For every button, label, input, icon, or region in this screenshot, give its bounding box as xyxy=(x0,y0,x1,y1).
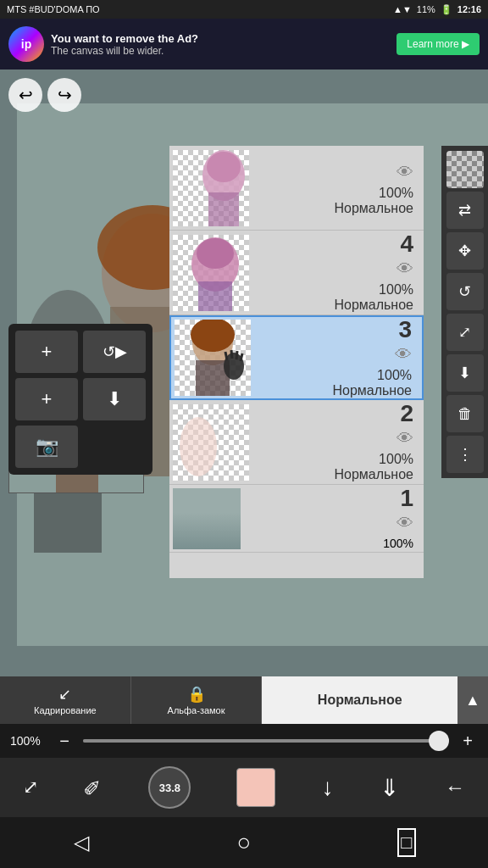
zoom-minus-button[interactable]: − xyxy=(54,732,75,751)
layer-panel-bottom xyxy=(169,553,424,578)
layer-1-number: 1 xyxy=(400,487,413,510)
layer-1-info: 1 👁 100% xyxy=(247,487,420,550)
svg-line-22 xyxy=(236,351,237,359)
blend-mode-arrow-button[interactable]: ▲ xyxy=(458,676,488,724)
recents-nav-button[interactable]: □ xyxy=(381,817,432,868)
layer-4-number: 4 xyxy=(400,232,413,256)
status-bar: MTS #BUD'DOMA ПО ▲▼ 11% 🔋 12:16 xyxy=(0,0,488,19)
duplicate-layer-button[interactable]: ↺▶ xyxy=(83,331,146,373)
flip-button[interactable]: ⇄ xyxy=(446,192,484,229)
svg-line-20 xyxy=(225,352,227,360)
blend-mode-label: Нормальное xyxy=(318,693,402,708)
layer-3-opacity: 100% xyxy=(377,368,412,383)
transform-button[interactable]: ⤢ xyxy=(446,314,484,351)
zoom-slider[interactable] xyxy=(83,739,449,743)
more-options-button[interactable]: ⋮ xyxy=(446,436,484,473)
download-button[interactable]: ⬇ xyxy=(446,354,484,392)
layer-2-art xyxy=(173,404,249,481)
pen-tool-button[interactable]: ✏ xyxy=(84,775,103,801)
layer-3-info: 3 👁 100% Нормальное xyxy=(258,318,419,398)
svg-point-14 xyxy=(197,238,234,269)
back-nav-button[interactable]: ◁ xyxy=(56,817,107,868)
add-group-button[interactable]: + xyxy=(15,378,78,420)
camera-button[interactable]: 📷 xyxy=(15,426,78,468)
battery-icon: 🔋 xyxy=(441,4,452,15)
ad-logo-text: ip xyxy=(21,37,31,51)
layer-2-opacity: 100% xyxy=(379,452,413,467)
brush-size-control[interactable]: 33.8 xyxy=(148,766,191,809)
layer-2-thumb xyxy=(173,404,249,481)
down-arrow-icon: ↓ xyxy=(322,774,334,800)
layer-thumb-art xyxy=(173,150,249,226)
layer-3-thumb xyxy=(175,320,251,396)
move-button[interactable]: ✥ xyxy=(446,232,484,270)
layer-item[interactable]: 2 👁 100% Нормальное xyxy=(169,400,424,485)
ad-logo: ip xyxy=(8,26,44,62)
zoom-value: 100% xyxy=(10,734,46,748)
alpha-lock-button[interactable]: 🔒 Альфа-замок xyxy=(131,676,263,724)
layer-item[interactable]: 1 👁 100% xyxy=(169,485,424,553)
bottom-toolbar: ↙ Кадрирование 🔒 Альфа-замок Нормальное … xyxy=(0,676,488,724)
zoom-bar: 100% − + xyxy=(0,724,488,758)
system-nav-bar: ◁ ○ □ xyxy=(0,817,488,868)
back-button[interactable]: ← xyxy=(445,776,465,799)
arrow-up-icon: ▲ xyxy=(465,692,480,709)
layer-1-thumb xyxy=(173,488,241,549)
blend-mode-button[interactable]: Нормальное xyxy=(262,676,458,724)
layer-3-visibility-icon: 👁 xyxy=(395,345,412,364)
add-layer-icon: + xyxy=(42,341,53,363)
layer-4-visibility-icon: 👁 xyxy=(396,259,413,279)
pen-tool-icon: ✏ xyxy=(77,771,108,803)
camera-icon: 📷 xyxy=(36,436,58,458)
crop-button[interactable]: ↙ Кадрирование xyxy=(0,676,131,724)
layer-3-number: 3 xyxy=(398,318,412,342)
learn-more-button[interactable]: Learn more ▶ xyxy=(396,33,480,55)
layer-4-art xyxy=(173,235,249,311)
layer-item[interactable]: 4 👁 100% Нормальное xyxy=(169,231,424,315)
color-swatch[interactable] xyxy=(236,768,275,807)
zoom-slider-fill xyxy=(83,739,430,743)
layer-opacity: 100% xyxy=(379,186,413,201)
checkerboard-button[interactable] xyxy=(446,151,484,188)
layer-visibility-icon: 👁 xyxy=(396,163,413,182)
rotate-icon: ↺ xyxy=(458,282,471,301)
layer-4-thumb xyxy=(173,235,249,311)
ad-subtitle: The canvas will be wider. xyxy=(51,45,396,57)
undo-icon: ↩ xyxy=(19,85,33,105)
transform-tool-button[interactable]: ⤢ xyxy=(23,776,38,798)
crop-label: Кадрирование xyxy=(34,705,97,715)
merge-icon: ⬇ xyxy=(107,388,122,410)
recents-nav-icon: □ xyxy=(397,828,415,857)
layer-3-art xyxy=(175,320,251,396)
layer-item-active[interactable]: 3 👁 100% Нормальное xyxy=(169,315,424,400)
double-down-icon: ⇓ xyxy=(380,775,399,801)
delete-button[interactable]: 🗑 xyxy=(446,395,484,432)
undo-redo-controls: ↩ ↪ xyxy=(8,78,81,112)
transform-tool-icon: ⤢ xyxy=(23,776,38,798)
duplicate-icon: ↺▶ xyxy=(103,342,127,361)
home-nav-button[interactable]: ○ xyxy=(219,817,269,868)
download-icon: ⬇ xyxy=(458,364,471,382)
svg-line-21 xyxy=(231,350,232,359)
layer-item[interactable]: 👁 100% Нормальное xyxy=(169,146,424,231)
ad-banner: ip You want to remove the Ad? The canvas… xyxy=(0,19,488,70)
merge-down-button[interactable]: ⬇ xyxy=(83,378,146,420)
layer-2-visibility-icon: 👁 xyxy=(396,429,413,448)
layer-double-down-button[interactable]: ⇓ xyxy=(380,774,399,802)
move-icon: ✥ xyxy=(458,242,471,260)
redo-icon: ↪ xyxy=(58,85,72,105)
add-group-icon: + xyxy=(42,388,53,410)
rotate-button[interactable]: ↺ xyxy=(446,273,484,310)
zoom-plus-button[interactable]: + xyxy=(458,732,478,751)
layer-4-opacity: 100% xyxy=(379,282,413,298)
transform-icon: ⤢ xyxy=(458,323,471,342)
layer-down-button[interactable]: ↓ xyxy=(322,774,334,801)
canvas-area: ↩ ↪ 👁 100% xyxy=(0,70,488,680)
svg-rect-15 xyxy=(198,281,232,311)
redo-button[interactable]: ↪ xyxy=(47,78,81,112)
add-layer-button[interactable]: + xyxy=(15,331,78,373)
undo-button[interactable]: ↩ xyxy=(8,78,42,112)
time-label: 12:16 xyxy=(458,4,481,14)
zoom-knob[interactable] xyxy=(429,731,449,751)
ad-title: You want to remove the Ad? xyxy=(51,32,396,45)
